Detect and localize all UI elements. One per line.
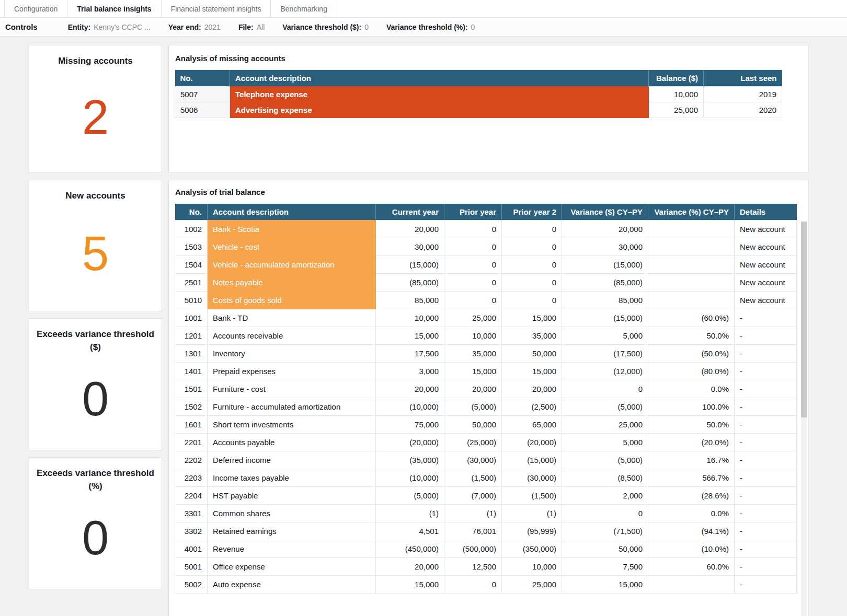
cell-variance-percent: (10.0%) [648, 540, 735, 558]
cell-account-description: Accounts receivable [208, 327, 376, 345]
cell-current-year: 30,000 [376, 238, 444, 256]
summary-cards-column: Missing accounts2New accounts5Exceeds va… [29, 45, 162, 616]
cell-variance-percent: (28.6%) [648, 487, 735, 505]
cell-account-description: Income taxes payable [208, 469, 376, 487]
table-row: 1002Bank - Scotia20,0000020,000New accou… [175, 220, 797, 238]
cell-no: 1401 [175, 363, 208, 380]
cell-prior-year-2: 10,000 [502, 558, 562, 576]
cell-prior-year: (7,000) [444, 487, 502, 505]
cell-current-year: (5,000) [376, 487, 444, 505]
cell-details: - [735, 416, 797, 434]
cell-current-year: 17,500 [376, 345, 444, 363]
cell-details: - [735, 505, 797, 522]
cell-current-year: (450,000) [376, 540, 444, 558]
cell-current-year: 4,501 [376, 522, 444, 540]
cell-account-description: Inventory [208, 345, 376, 363]
missing-accounts-header-row: No.Account descriptionBalance ($)Last se… [175, 70, 782, 87]
cell-variance-percent: (50.0%) [648, 345, 735, 363]
cell-prior-year: 0 [444, 220, 502, 238]
cell-prior-year-2: (95,999) [502, 522, 562, 540]
control-variance-threshold[interactable]: Variance threshold (%):0 [386, 23, 475, 31]
main-content: Missing accounts2New accounts5Exceeds va… [0, 37, 847, 616]
cell-no: 2201 [175, 434, 208, 451]
cell-account-description: Furniture - accumulated amortization [208, 398, 376, 416]
cell-balance: 25,000 [649, 102, 704, 118]
cell-prior-year: (1,500) [444, 469, 502, 487]
control-year-end[interactable]: Year end:2021 [168, 23, 221, 31]
table-row: 5007Telephone expense10,0002019 [175, 87, 782, 102]
cell-prior-year: 0 [444, 274, 502, 292]
cell-prior-year-2: (1) [502, 505, 562, 522]
table-row: 1503Vehicle - cost30,0000030,000New acco… [175, 238, 797, 256]
cell-no: 2202 [175, 451, 208, 469]
cell-account-description: Vehicle - accumulated amortization [208, 256, 376, 274]
cell-prior-year-2: 0 [502, 274, 562, 292]
trial-column-header-prior-year: Prior year [444, 204, 502, 220]
cell-no: 3301 [175, 505, 208, 522]
cell-details: - [735, 540, 797, 558]
cell-prior-year: 35,000 [444, 345, 502, 363]
cell-no: 1502 [175, 398, 208, 416]
cell-prior-year-2: (350,000) [502, 540, 562, 558]
cell-variance-dollar: 85,000 [562, 292, 648, 309]
cell-current-year: 15,000 [376, 327, 444, 345]
cell-current-year: (35,000) [376, 451, 444, 469]
control-label: Variance threshold ($): [282, 23, 361, 31]
tab-financial-statement-insights[interactable]: Financial statement insights [162, 0, 271, 17]
cell-prior-year: (1) [444, 505, 502, 522]
trial-balance-panel: Analysis of trial balance No.Account des… [168, 180, 809, 616]
cell-current-year: 15,000 [376, 576, 444, 594]
control-file[interactable]: File:All [238, 23, 265, 31]
control-entity[interactable]: Entity:Kenny's CCPC ... [68, 23, 151, 31]
cell-no: 5002 [175, 576, 208, 594]
table-row: 2201Accounts payable(20,000)(25,000)(20,… [175, 434, 797, 451]
cell-current-year: 20,000 [376, 558, 444, 576]
cell-variance-percent: 0.0% [648, 505, 735, 522]
cell-prior-year-2: 25,000 [502, 576, 562, 594]
cell-prior-year-2: (2,500) [502, 398, 562, 416]
cell-variance-dollar: (8,500) [562, 469, 648, 487]
missing-column-header-balance: Balance ($) [649, 70, 704, 87]
tab-benchmarking[interactable]: Benchmarking [271, 0, 337, 17]
cell-variance-dollar: 7,500 [562, 558, 648, 576]
cell-prior-year-2: (1,500) [502, 487, 562, 505]
cell-details: New account [735, 220, 797, 238]
cell-prior-year: 0 [444, 256, 502, 274]
cell-details: - [735, 345, 797, 363]
cell-account-description: Common shares [208, 505, 376, 522]
table-row: 1201Accounts receivable15,00010,00035,00… [175, 327, 797, 345]
cell-prior-year: 15,000 [444, 363, 502, 380]
analysis-column: Analysis of missing accounts No.Account … [168, 45, 809, 616]
cell-prior-year-2: 0 [502, 238, 562, 256]
cell-current-year: (85,000) [376, 274, 444, 292]
summary-card-value: 0 [36, 493, 155, 583]
tab-configuration[interactable]: Configuration [4, 0, 67, 17]
control-variance-threshold[interactable]: Variance threshold ($):0 [282, 23, 369, 31]
cell-account-description: Bank - TD [208, 309, 376, 327]
cell-account-description: Costs of goods sold [208, 292, 376, 309]
cell-variance-dollar: 50,000 [562, 540, 648, 558]
table-row: 5010Costs of goods sold85,0000085,000New… [175, 292, 797, 309]
vertical-scrollbar[interactable] [801, 222, 807, 616]
cell-variance-dollar: (15,000) [562, 309, 648, 327]
control-value: Kenny's CCPC ... [94, 23, 151, 31]
cell-no: 5007 [175, 87, 230, 102]
cell-prior-year-2: 20,000 [502, 380, 562, 398]
cell-account-description: HST payable [208, 487, 376, 505]
cell-prior-year-2: 15,000 [502, 363, 562, 380]
cell-account-description: Accounts payable [208, 434, 376, 451]
cell-prior-year: 50,000 [444, 416, 502, 434]
cell-account-description: Auto expense [208, 576, 376, 594]
cell-details: New account [735, 274, 797, 292]
cell-details: - [735, 363, 797, 380]
missing-column-header-account-description: Account description [230, 70, 649, 87]
control-label: Entity: [68, 23, 91, 31]
missing-column-header-no: No. [175, 70, 230, 87]
trial-column-header-no: No. [175, 204, 208, 220]
tab-trial-balance-insights[interactable]: Trial balance insights [67, 0, 161, 17]
cell-account-description: Advertising expense [230, 102, 649, 118]
scrollbar-thumb[interactable] [801, 222, 807, 417]
cell-variance-percent: 16.7% [648, 451, 735, 469]
table-row: 2501Notes payable(85,000)00(85,000)New a… [175, 274, 797, 292]
table-row: 3302Retained earnings4,50176,001(95,999)… [175, 522, 797, 540]
